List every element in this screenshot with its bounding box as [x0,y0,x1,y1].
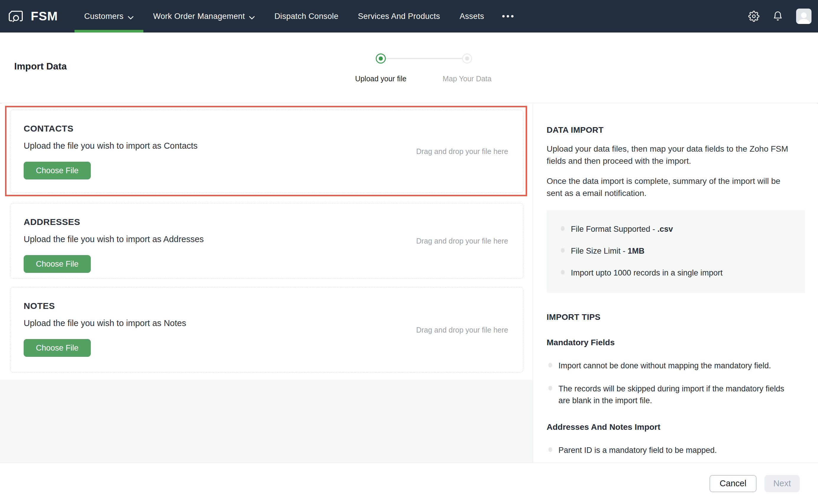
nav-item-label: Work Order Management [153,12,245,21]
contacts-upload-dropzone[interactable]: CONTACTS Upload the file you wish to imp… [10,110,523,193]
choose-file-button-addresses[interactable]: Choose File [24,255,91,273]
brand[interactable]: FSM [8,0,58,33]
upload-cards-column: CONTACTS Upload the file you wish to imp… [0,103,533,463]
nav-item-customers[interactable]: Customers [74,0,143,33]
next-button[interactable]: Next [764,475,800,492]
chevron-down-icon [249,12,255,22]
page-header: Import Data Upload your file Map Your Da… [0,33,818,103]
card-title: CONTACTS [24,124,508,134]
nav-item-services-and-products[interactable]: Services And Products [348,0,450,33]
content-filler [0,380,533,463]
list-item: The records will be skipped during impor… [547,383,805,406]
list-item-text: File Size Limit - 1MB [571,245,644,257]
nav-more-menu[interactable] [494,0,522,33]
info-sidebar: DATA IMPORT Upload your data files, then… [533,103,818,463]
top-navbar: FSM Customers Work Order Management Disp… [0,0,818,33]
ellipsis-icon [502,15,505,17]
import-stepper: Upload your file Map Your Data [0,33,818,103]
list-item: File Format Supported - .csv [561,223,796,235]
nav-item-label: Customers [84,12,124,21]
mandatory-fields-list: Import cannot be done without mapping th… [547,360,805,406]
list-item-text: Import cannot be done without mapping th… [558,360,771,372]
card-title: ADDRESSES [24,217,508,227]
bell-icon[interactable] [772,11,783,22]
bullet-icon [548,363,552,367]
step-connector [386,58,462,59]
action-footer: Cancel Next [0,463,818,504]
list-item-text: File Format Supported - .csv [571,223,673,235]
step-upload-label: Upload your file [355,74,406,83]
nav-item-label: Assets [460,12,484,21]
chevron-down-icon [128,12,134,22]
content: CONTACTS Upload the file you wish to imp… [0,103,818,463]
main-nav: Customers Work Order Management Dispatch… [74,0,522,33]
list-item: Import upto 1000 records in a single imp… [561,267,796,279]
data-import-heading: DATA IMPORT [547,125,805,135]
bullet-icon [561,226,565,231]
dropzone-hint: Drag and drop your file here [416,325,508,334]
data-import-paragraph: Once the data import is complete, summar… [547,175,796,199]
import-tips-heading: IMPORT TIPS [547,312,805,322]
bullet-icon [561,270,565,275]
fsm-truck-logo-icon [8,10,25,23]
list-item-text: The records will be skipped during impor… [558,383,795,406]
dropzone-hint: Drag and drop your file here [416,237,508,245]
step-map-indicator [462,54,472,64]
bullet-icon [548,386,552,390]
addresses-upload-dropzone[interactable]: ADDRESSES Upload the file you wish to im… [10,203,523,279]
nav-item-label: Services And Products [358,12,440,21]
nav-item-work-order-management[interactable]: Work Order Management [143,0,265,33]
notes-upload-dropzone[interactable]: NOTES Upload the file you wish to import… [10,287,523,372]
list-item: Import cannot be done without mapping th… [547,360,805,372]
contacts-card-highlight-box: CONTACTS Upload the file you wish to imp… [5,106,527,196]
file-requirements-panel: File Format Supported - .csv File Size L… [547,210,805,293]
choose-file-button-notes[interactable]: Choose File [24,339,91,357]
data-import-paragraph: Upload your data files, then map your da… [547,143,796,167]
nav-item-dispatch-console[interactable]: Dispatch Console [265,0,348,33]
mandatory-fields-subheading: Mandatory Fields [547,338,805,347]
user-avatar[interactable] [796,9,811,24]
ellipsis-icon [511,15,514,17]
gear-icon[interactable] [748,11,759,22]
addresses-notes-subheading: Addresses And Notes Import [547,422,805,432]
dropzone-hint: Drag and drop your file here [416,147,508,156]
cancel-button[interactable]: Cancel [710,475,757,492]
brand-name: FSM [31,9,58,23]
navbar-right [748,0,818,33]
nav-item-label: Dispatch Console [274,12,338,21]
list-item: File Size Limit - 1MB [561,245,796,257]
ellipsis-icon [507,15,509,17]
card-title: NOTES [24,301,508,311]
nav-item-assets[interactable]: Assets [450,0,494,33]
list-item-text: Parent ID is a mandatory field to be map… [558,444,717,456]
choose-file-button-contacts[interactable]: Choose File [24,162,91,179]
list-item: Parent ID is a mandatory field to be map… [547,444,805,456]
bullet-icon [548,447,552,452]
bullet-icon [561,248,565,253]
step-upload-indicator [376,54,386,64]
fsm-import-data-screen: FSM Customers Work Order Management Disp… [0,0,818,504]
list-item-text: Import upto 1000 records in a single imp… [571,267,723,279]
step-map-label: Map Your Data [443,74,491,83]
